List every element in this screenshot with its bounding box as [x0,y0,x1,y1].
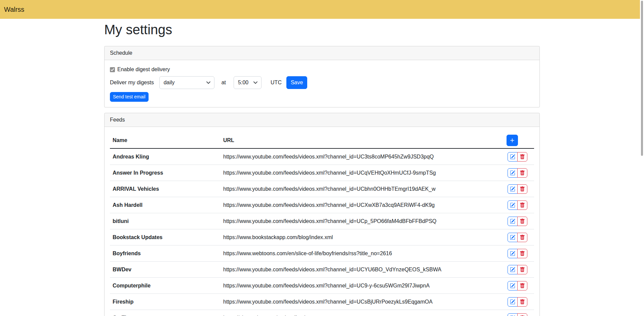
delete-feed-button[interactable] [517,313,527,316]
pencil-square-icon [510,219,515,224]
table-row: Andreas Kling https://www.youtube.com/fe… [110,148,534,165]
scrollbar-thumb[interactable] [641,1,643,156]
edit-feed-button[interactable] [508,184,518,194]
pencil-square-icon [510,235,515,240]
schedule-card-header: Schedule [105,46,539,60]
trash-icon [520,283,525,288]
time-select-value: 5:00 [238,80,248,86]
plus-icon [510,138,515,143]
scrollbar[interactable] [640,0,644,316]
feed-url: https://www.youtube.com/feeds/videos.xml… [220,197,494,213]
column-header-actions [494,132,534,148]
schedule-card: Schedule Enable digest delivery Deliver … [104,46,540,107]
feed-name: Answer In Progress [110,165,220,181]
table-row: BWDev https://www.youtube.com/feeds/vide… [110,262,534,278]
delete-feed-button[interactable] [517,152,527,162]
main-content: My settings Schedule Enable digest deliv… [104,21,540,316]
pencil-square-icon [510,251,515,256]
pencil-square-icon [510,267,515,272]
delete-feed-button[interactable] [517,265,527,274]
table-row: bitluni https://www.youtube.com/feeds/vi… [110,213,534,229]
trash-icon [520,299,525,305]
table-row: Boyfriends https://www.webtoons.com/en/s… [110,245,534,262]
schedule-card-body: Enable digest delivery Deliver my digest… [105,60,539,107]
table-row: Fireship https://www.youtube.com/feeds/v… [110,294,534,310]
feed-actions [494,148,534,165]
delete-feed-button[interactable] [517,184,527,194]
trash-icon [520,202,525,208]
at-label: at [222,80,226,86]
feed-name: Go Time [110,310,220,316]
edit-feed-button[interactable] [508,281,518,290]
edit-feed-button[interactable] [508,233,518,242]
save-button[interactable]: Save [286,76,307,89]
delete-feed-button[interactable] [517,168,527,178]
checkmark-icon [111,68,114,71]
delete-feed-button[interactable] [517,297,527,307]
feed-name: BWDev [110,262,220,278]
feeds-card: Feeds Name URL [104,113,540,316]
edit-feed-button[interactable] [508,297,518,307]
feed-actions [494,197,534,213]
delete-feed-button[interactable] [517,249,527,258]
table-row: Bookstack Updates https://www.bookstacka… [110,229,534,245]
feed-actions [494,310,534,316]
feed-actions [494,294,534,310]
feed-name: Ash Hardell [110,197,220,213]
feed-actions [494,245,534,262]
frequency-select[interactable]: daily [159,76,214,89]
add-feed-button[interactable] [507,135,518,146]
page-title: My settings [104,21,540,38]
feed-name: Fireship [110,294,220,310]
column-header-name: Name [110,132,220,148]
feed-actions [494,181,534,197]
chevron-down-icon [206,81,211,84]
edit-feed-button[interactable] [508,152,518,162]
edit-feed-button[interactable] [508,265,518,274]
feed-url: https://www.youtube.com/feeds/videos.xml… [220,278,494,294]
delete-feed-button[interactable] [517,233,527,242]
feeds-table-body: Andreas Kling https://www.youtube.com/fe… [110,148,534,316]
feed-name: Boyfriends [110,245,220,262]
brand-link[interactable]: Walrss [4,6,24,13]
send-test-email-button[interactable]: Send test email [110,92,149,102]
trash-icon [520,154,525,160]
feeds-table-header-row: Name URL [110,132,534,148]
feed-url: https://www.youtube.com/feeds/videos.xml… [220,294,494,310]
delete-feed-button[interactable] [517,200,527,210]
table-row: Ash Hardell https://www.youtube.com/feed… [110,197,534,213]
feed-url: https://www.webtoons.com/en/slice-of-lif… [220,245,494,262]
feed-actions [494,165,534,181]
enable-digest-label[interactable]: Enable digest delivery [117,66,170,73]
delete-feed-button[interactable] [517,281,527,290]
frequency-select-value: daily [164,80,175,86]
feeds-card-body: Name URL Andreas Kling https://www.yout [105,127,539,316]
delete-feed-button[interactable] [517,217,527,226]
edit-feed-button[interactable] [508,168,518,178]
feed-url: https://www.youtube.com/feeds/videos.xml… [220,262,494,278]
feed-name: bitluni [110,213,220,229]
edit-feed-button[interactable] [508,313,518,316]
trash-icon [520,251,525,256]
feeds-table: Name URL Andreas Kling https://www.yout [110,132,534,316]
table-row: ARRIVAL Vehicles https://www.youtube.com… [110,181,534,197]
enable-digest-checkbox[interactable] [110,67,115,72]
feed-name: Bookstack Updates [110,229,220,245]
pencil-square-icon [510,283,515,288]
feed-name: ARRIVAL Vehicles [110,181,220,197]
feed-name: Andreas Kling [110,148,220,165]
edit-feed-button[interactable] [508,249,518,258]
column-header-url: URL [220,132,494,148]
feed-actions [494,229,534,245]
time-select[interactable]: 5:00 [234,76,261,89]
feed-actions [494,213,534,229]
pencil-square-icon [510,186,515,192]
trash-icon [520,267,525,272]
pencil-square-icon [510,202,515,208]
table-row: Go Time https://changelog.com/gotime/fee… [110,310,534,316]
timezone-label: UTC [271,80,282,86]
table-row: Computerphile https://www.youtube.com/fe… [110,278,534,294]
edit-feed-button[interactable] [508,217,518,226]
edit-feed-button[interactable] [508,200,518,210]
feed-actions [494,262,534,278]
